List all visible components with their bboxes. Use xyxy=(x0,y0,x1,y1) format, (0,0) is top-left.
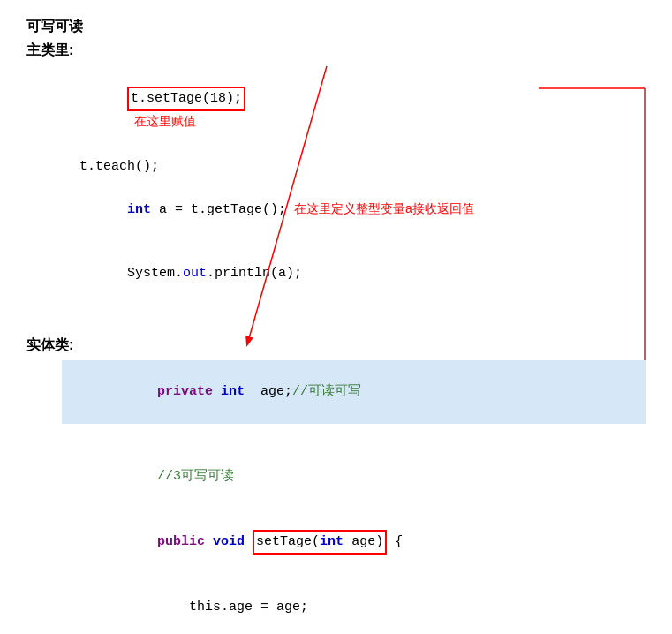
entity-code-block: private int age;//可读可写 //3可写可读 public vo… xyxy=(62,360,646,634)
page-title: 可写可读 xyxy=(26,18,646,36)
println-text: .println(a); xyxy=(207,266,302,281)
assign-annotation: 在这里赋值 xyxy=(134,114,196,128)
code-line-4: System.out.println(a); xyxy=(79,242,646,306)
main-class-label: 主类里: xyxy=(26,42,646,60)
code-rest-3: a = t.getTage(); xyxy=(151,202,294,217)
entity-blank-1 xyxy=(62,424,646,445)
out-keyword: out xyxy=(183,266,207,281)
system-text: System. xyxy=(127,266,183,281)
main-code-block: t.setTage(18); 在这里赋值 t.teach(); int a = … xyxy=(79,65,646,306)
code-line-2: t.teach(); xyxy=(79,156,646,177)
settage-sig-boxed: setTage(int age) xyxy=(253,530,387,555)
settage-call-boxed: t.setTage(18); xyxy=(127,87,245,111)
private-keyword: private xyxy=(157,384,213,399)
int-keyword-2: int xyxy=(221,384,245,399)
entity-this-age: this.age = age; xyxy=(62,576,646,634)
int-keyword: int xyxy=(127,202,151,217)
comment-3-text: //3可写可读 xyxy=(157,469,234,484)
entity-comment-3: //3可写可读 xyxy=(62,445,646,509)
main-content: 可写可读 主类里: t.setTage(18); 在这里赋值 t.teach()… xyxy=(26,18,646,634)
age-comment: //可读可写 xyxy=(292,384,361,399)
public-keyword-1: public xyxy=(157,534,205,549)
int-param: int xyxy=(320,534,344,549)
void-keyword-1: void xyxy=(213,534,245,549)
entity-class-label: 实体类: xyxy=(26,336,646,355)
age-field: age; xyxy=(253,384,292,399)
entity-line-age: private int age;//可读可写 xyxy=(62,360,646,424)
code-line-1: t.setTage(18); 在这里赋值 xyxy=(79,65,646,155)
code-line-3: int a = t.getTage(); 在这里定义整型变量a接收返回值 xyxy=(79,177,646,242)
define-var-annotation: 在这里定义整型变量a接收返回值 xyxy=(294,201,474,215)
entity-settage-line: public void setTage(int age) { xyxy=(62,509,646,576)
entity-section: 实体类: private int age;//可读可写 //3可写可读 publ… xyxy=(26,336,646,634)
